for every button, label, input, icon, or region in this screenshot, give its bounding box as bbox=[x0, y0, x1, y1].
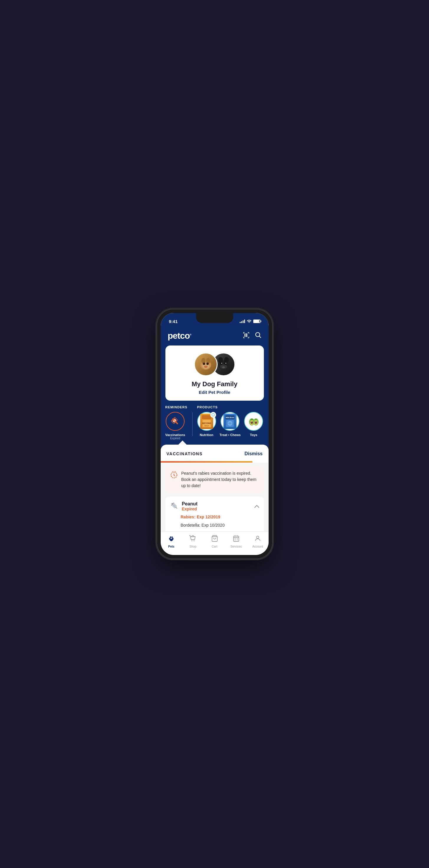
distemper-row: Distemper: Exp 10/2020 bbox=[181, 529, 259, 531]
progress-bar-container bbox=[161, 461, 269, 463]
pet-profile-card: My Dog Family Edit Pet Profile bbox=[165, 345, 264, 401]
bottom-navigation: Pets Shop bbox=[161, 531, 269, 555]
svg-point-47 bbox=[228, 422, 232, 425]
vaccinations-label: Vaccinations bbox=[165, 433, 185, 437]
svg-line-63 bbox=[172, 471, 173, 472]
nav-item-account[interactable]: Account bbox=[247, 535, 268, 548]
barcode-scan-icon[interactable] bbox=[243, 332, 250, 340]
product-items: BEYOND ADULT bbox=[197, 412, 264, 437]
svg-point-75 bbox=[172, 536, 173, 538]
vaccination-details: Rabies: Exp 12/2019 Bordetella: Exp 10/2… bbox=[170, 513, 259, 531]
products-section: PRODUCTS BEYOND bbox=[197, 405, 264, 437]
vaccination-scroll-area[interactable]: Peanut's rabies vaccination is expired. … bbox=[161, 463, 269, 531]
search-icon[interactable] bbox=[255, 332, 262, 340]
alert-message: Peanut's rabies vaccination is expired. … bbox=[181, 470, 259, 489]
panel-title: VACCINATIONS bbox=[167, 452, 203, 456]
cart-nav-label: Cart bbox=[212, 545, 217, 548]
pet-family-name: My Dog Family bbox=[192, 380, 237, 388]
paw-icon bbox=[168, 535, 175, 544]
header-icons bbox=[243, 332, 262, 340]
services-icon bbox=[233, 535, 240, 544]
reminders-label: REMINDERS bbox=[165, 405, 188, 409]
panel-header: VACCINATIONS Dismiss bbox=[161, 445, 269, 461]
svg-rect-11 bbox=[247, 333, 248, 337]
nav-item-services[interactable]: Services bbox=[225, 535, 247, 548]
svg-point-20 bbox=[204, 366, 207, 368]
svg-point-55 bbox=[255, 418, 257, 421]
svg-marker-41 bbox=[213, 413, 214, 414]
pet-vacc-name: Peanut bbox=[182, 501, 198, 506]
categories-section: REMINDERS bbox=[161, 405, 269, 445]
nav-item-shop[interactable]: Shop bbox=[182, 535, 204, 548]
toys-circle bbox=[244, 412, 263, 431]
reminder-items: Vaccinations Expired bbox=[165, 412, 188, 440]
svg-text:ADULT: ADULT bbox=[204, 425, 209, 427]
svg-point-19 bbox=[206, 363, 209, 365]
nav-item-pets[interactable]: Pets bbox=[161, 535, 182, 548]
svg-point-77 bbox=[194, 540, 195, 541]
signal-icon bbox=[240, 319, 245, 323]
reminders-section: REMINDERS bbox=[165, 405, 188, 440]
services-nav-label: Services bbox=[231, 545, 242, 548]
svg-point-26 bbox=[221, 363, 222, 364]
svg-rect-5 bbox=[243, 337, 244, 338]
cart-icon bbox=[211, 535, 218, 544]
pets-nav-label: Pets bbox=[168, 545, 174, 548]
svg-line-62 bbox=[174, 475, 175, 476]
svg-point-76 bbox=[192, 540, 193, 541]
pet-vacc-expired-status: Expired bbox=[182, 506, 198, 511]
svg-rect-8 bbox=[244, 333, 245, 337]
svg-text:BEYOND: BEYOND bbox=[202, 422, 211, 424]
svg-point-18 bbox=[203, 363, 205, 365]
shop-nav-label: Shop bbox=[190, 545, 196, 548]
svg-rect-79 bbox=[233, 536, 239, 541]
wifi-icon bbox=[247, 319, 252, 324]
svg-point-59 bbox=[257, 422, 257, 423]
svg-rect-3 bbox=[249, 332, 249, 334]
svg-point-56 bbox=[251, 422, 252, 423]
dismiss-button[interactable]: Dismiss bbox=[244, 451, 262, 457]
svg-rect-7 bbox=[249, 337, 249, 338]
pet-avatar-1[interactable] bbox=[194, 352, 218, 376]
products-label: PRODUCTS bbox=[197, 405, 264, 409]
cat-item-treat-chews[interactable]: Milk-Bone Treat • Chews bbox=[220, 412, 241, 437]
bordetella-row: Bordetella: Exp 10/2020 bbox=[181, 521, 259, 530]
vaccination-detail-panel: VACCINATIONS Dismiss bbox=[161, 445, 269, 531]
notch bbox=[196, 313, 233, 323]
svg-line-13 bbox=[259, 336, 261, 338]
chevron-up-icon[interactable] bbox=[255, 504, 259, 509]
account-icon bbox=[254, 535, 261, 544]
treat-chews-img: Milk-Bone bbox=[224, 414, 236, 429]
app-header: petco® bbox=[161, 328, 269, 345]
svg-point-74 bbox=[170, 536, 171, 538]
pet-name-status: Peanut Expired bbox=[182, 501, 198, 511]
svg-text:Milk-Bone: Milk-Bone bbox=[226, 416, 234, 418]
cat-item-toys[interactable]: Toys bbox=[244, 412, 263, 437]
edit-profile-link[interactable]: Edit Pet Profile bbox=[199, 390, 230, 395]
svg-rect-10 bbox=[246, 333, 246, 337]
svg-point-57 bbox=[253, 422, 253, 423]
status-icons bbox=[240, 319, 260, 324]
refresh-badge bbox=[210, 412, 216, 418]
svg-point-58 bbox=[255, 422, 256, 423]
main-content: My Dog Family Edit Pet Profile REMINDERS bbox=[161, 345, 269, 531]
nav-item-cart[interactable]: Cart bbox=[204, 535, 225, 548]
battery-icon bbox=[253, 319, 260, 323]
alert-clock-icon bbox=[170, 471, 178, 480]
phone-screen: 9:41 petco® bbox=[161, 313, 269, 555]
vaccination-circle bbox=[166, 412, 185, 431]
pet-avatars bbox=[194, 352, 235, 376]
status-time: 9:41 bbox=[169, 319, 178, 324]
phone-frame: 9:41 petco® bbox=[157, 309, 272, 559]
rabies-row: Rabies: Exp 12/2019 bbox=[181, 513, 259, 521]
syringe-icon bbox=[170, 502, 178, 511]
svg-point-28 bbox=[225, 363, 226, 364]
cat-item-nutrition[interactable]: BEYOND ADULT bbox=[197, 412, 216, 437]
vaccinations-sublabel: Expired bbox=[170, 437, 180, 440]
pet-vaccination-section: Peanut Expired bbox=[165, 497, 264, 531]
pet-vacc-info: Peanut Expired bbox=[170, 501, 198, 511]
nutrition-label: Nutrition bbox=[200, 433, 213, 437]
svg-point-51 bbox=[251, 418, 253, 421]
cat-item-vaccinations[interactable]: Vaccinations Expired bbox=[165, 412, 185, 440]
toys-label: Toys bbox=[250, 433, 257, 437]
